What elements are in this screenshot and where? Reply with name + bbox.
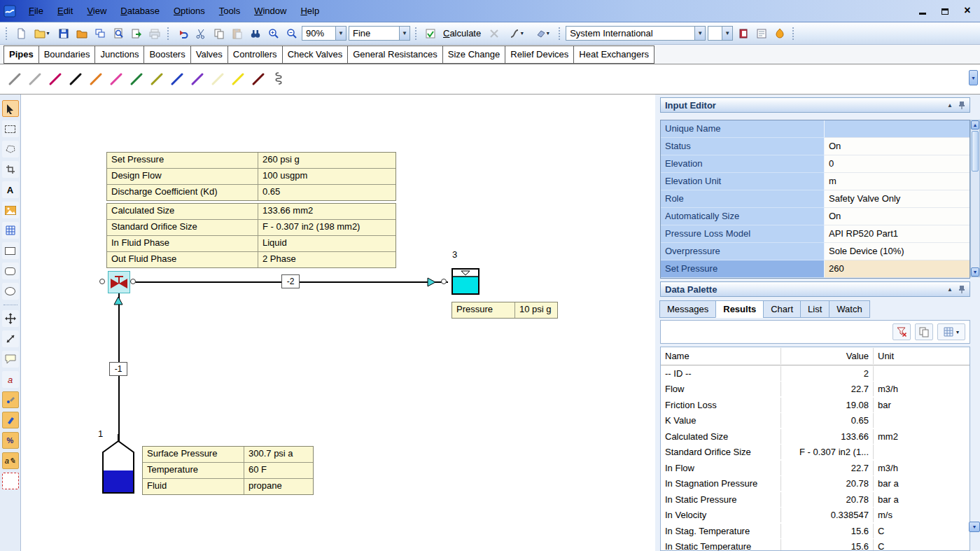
property-value[interactable]: On — [825, 208, 969, 225]
palette-tab[interactable]: Messages — [659, 300, 716, 318]
toolbar-gripper[interactable] — [792, 27, 795, 41]
region-select-tool[interactable] — [2, 473, 19, 489]
pen-style-button[interactable] — [24, 69, 45, 90]
component-tab[interactable]: Boosters — [144, 46, 190, 64]
combo-arrow-icon[interactable]: ▼ — [694, 27, 705, 40]
result-row[interactable]: In Stag. Temperature 15.6 C — [661, 523, 969, 539]
pipe-2-label[interactable]: -2 — [281, 274, 300, 288]
component-tab[interactable]: Size Change — [442, 46, 505, 64]
menu-item[interactable]: View — [80, 1, 113, 20]
scroll-up-button[interactable]: ▲ — [971, 120, 979, 130]
image-tool[interactable] — [2, 202, 19, 218]
pen-style-button[interactable] — [65, 69, 85, 90]
pen-style-button[interactable] — [4, 69, 24, 90]
palette-tab[interactable]: Watch — [829, 300, 869, 318]
zoom-level-combobox[interactable]: 90%▼ — [302, 26, 346, 41]
result-row[interactable]: Standard Orifice Size F - 0.307 in2 (1..… — [661, 445, 969, 461]
property-row[interactable]: Elevation Unit m — [661, 173, 969, 190]
toolbar-overflow-button[interactable]: ▼ — [969, 70, 978, 85]
input-editor-scrollbar[interactable]: ▲ ▼ — [970, 120, 980, 277]
property-value[interactable]: On — [825, 138, 969, 155]
menu-item[interactable]: Edit — [50, 1, 80, 20]
grid-tool[interactable] — [2, 222, 19, 239]
node1-fluid-table[interactable]: Surface Pressure 300.7 psi a Temperature… — [142, 446, 314, 495]
property-row[interactable]: Status On — [661, 138, 969, 155]
result-row[interactable]: Friction Loss 19.08 bar — [661, 397, 969, 413]
spring-style-button[interactable] — [268, 69, 288, 90]
palette-tab[interactable]: Results — [715, 300, 764, 318]
combo-arrow-icon[interactable]: ▼ — [722, 27, 732, 40]
result-row[interactable]: In Velocity 0.338547 m/s — [661, 508, 969, 524]
pen-style-button[interactable] — [227, 69, 248, 90]
component-tab[interactable]: Relief Devices — [505, 46, 574, 64]
scroll-down-button[interactable]: ▼ — [971, 267, 979, 277]
tank-node-3[interactable] — [451, 267, 480, 295]
auto-design-button[interactable]: ▾ — [504, 25, 528, 41]
open-file-button[interactable]: ▾ — [31, 25, 53, 41]
property-value[interactable]: 260 — [825, 260, 969, 278]
column-header-name[interactable]: Name — [661, 348, 781, 364]
property-row[interactable]: Elevation 0 — [661, 155, 969, 173]
pointer-tool[interactable] — [2, 100, 19, 117]
undo-button[interactable] — [174, 25, 190, 41]
cascade-windows-button[interactable] — [92, 25, 108, 41]
property-row[interactable]: Set Pressure 260 — [661, 260, 969, 278]
pen-style-button[interactable] — [45, 69, 65, 90]
pen-style-button[interactable] — [106, 69, 126, 90]
combo-arrow-icon[interactable]: ▼ — [399, 27, 410, 40]
combo-arrow-icon[interactable]: ▼ — [335, 27, 346, 40]
label-tool[interactable]: a — [2, 371, 19, 388]
ellipse-tool[interactable] — [2, 283, 19, 300]
pen-style-button[interactable] — [167, 69, 187, 90]
calculate-button[interactable]: Calculate — [440, 28, 484, 39]
pen-style-button[interactable] — [85, 69, 106, 90]
menu-item[interactable]: Options — [167, 1, 212, 20]
pen-style-button[interactable] — [146, 69, 167, 90]
pipe-port[interactable] — [99, 279, 105, 284]
component-tab[interactable]: General Resistances — [347, 46, 443, 64]
highlight-annotate-tool[interactable] — [2, 412, 19, 428]
node3-pressure-table[interactable]: Pressure 10 psi g — [451, 302, 558, 319]
print-button[interactable] — [146, 25, 162, 41]
marquee-select-tool[interactable] — [2, 120, 19, 137]
toolbar-gripper[interactable] — [5, 27, 8, 41]
zoom-out-button[interactable] — [284, 25, 300, 41]
component-tab[interactable]: Controllers — [227, 46, 283, 64]
component-tab[interactable]: Pipes — [4, 46, 39, 64]
component-tab[interactable]: Heat Exchangers — [573, 46, 654, 64]
stop-calculation-button[interactable] — [486, 25, 502, 41]
view-options-dropdown[interactable]: ▾ — [937, 323, 965, 340]
open-dropdown-arrow[interactable]: ▾ — [46, 30, 49, 36]
result-row[interactable]: K Value 0.65 — [661, 413, 969, 429]
report-button[interactable] — [753, 25, 769, 41]
result-row[interactable]: Flow 22.7 m3/h — [661, 382, 969, 398]
move-tool[interactable] — [2, 310, 19, 327]
rounded-rectangle-tool[interactable] — [2, 263, 19, 279]
copy-results-button[interactable] — [915, 323, 933, 340]
calculate-icon[interactable] — [422, 25, 438, 41]
tank-node-1[interactable] — [99, 434, 137, 494]
property-row[interactable]: Role Safety Valve Only — [661, 190, 969, 208]
menu-item[interactable]: Help — [293, 1, 326, 20]
property-value[interactable]: Safety Valve Only — [825, 190, 969, 208]
cut-button[interactable] — [192, 25, 209, 41]
relief-valve-node[interactable] — [108, 271, 130, 293]
result-row[interactable]: In Flow 22.7 m3/h — [661, 460, 969, 476]
pen-style-button[interactable] — [207, 69, 227, 90]
formula-tool[interactable]: % — [2, 432, 19, 449]
component-tab[interactable]: Check Valves — [282, 46, 349, 64]
result-row[interactable]: -- ID -- 2 — [661, 365, 969, 382]
valve-result-table[interactable]: Calculated Size 133.66 mm2 Standard Orif… — [106, 203, 396, 268]
copy-button[interactable] — [211, 25, 227, 41]
result-row[interactable]: Calculated Size 133.66 mm2 — [661, 428, 969, 445]
component-tab[interactable]: Junctions — [94, 46, 144, 64]
filter-button[interactable] — [892, 323, 911, 340]
unit-system-combobox[interactable]: System International▼ — [566, 26, 706, 41]
toolbar-gripper[interactable] — [558, 27, 561, 41]
column-header-value[interactable]: Value — [781, 348, 874, 364]
minimize-button[interactable] — [916, 4, 930, 17]
data-palette-header[interactable]: Data Palette ▲ — [660, 281, 970, 297]
calculation-quality-combobox[interactable]: Fine▼ — [349, 26, 410, 41]
result-row[interactable]: In Static Temperature 15.6 C — [661, 539, 969, 551]
result-row[interactable]: In Stagnation Pressure 20.78 bar a — [661, 476, 969, 492]
